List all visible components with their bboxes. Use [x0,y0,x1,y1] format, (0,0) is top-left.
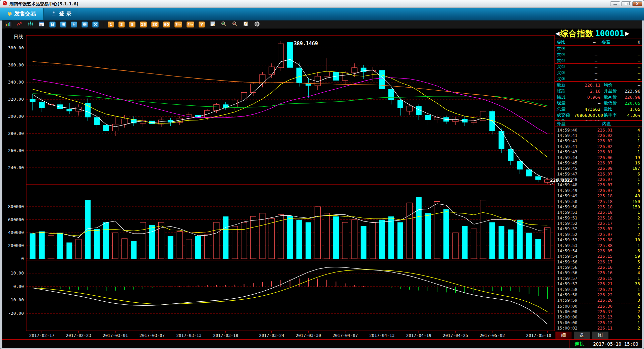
main-nav-bar: ¥发售交易登 录 [0,8,644,20]
bid-level-2: 买②—— [555,70,642,76]
nav-tab-sale-trade[interactable]: ¥发售交易 [0,8,44,20]
svg-text:0: 0 [21,256,24,261]
svg-text:2017-04-25: 2017-04-25 [443,333,468,338]
ask-level-1: 卖①—— [555,58,642,64]
panel-tab-图[interactable]: 图 [592,332,608,339]
minimize-button[interactable] [610,1,620,6]
period-button-1[interactable]: 1 [108,21,114,28]
quote-panel: ◀ 综合指数 100001 ▶ 委比 — 委差 0 卖③——卖②——卖①—— 买… [555,29,642,339]
period-button-X[interactable]: X [92,21,99,28]
tape-row: 14:59:54226.056 [555,248,642,253]
trade-price: 226.06 [582,155,625,160]
trade-price: 226.07 [582,160,625,165]
zoom-in-button[interactable] [220,21,227,28]
calendar-button[interactable] [38,21,45,28]
period-button-4hr[interactable]: 4hr [186,21,194,28]
info-value: 0.96% [574,95,600,100]
svg-text:240.00: 240.00 [8,165,24,170]
trade-time: 14:59:56 [557,265,582,270]
ask-level-2-price: — [565,52,627,57]
connection-status: 连接 [570,341,589,347]
trade-qty: 59 [625,254,640,259]
bid-level-1-qty: — [627,64,640,69]
trade-price: 226.02 [582,144,625,149]
nav-tab-login[interactable]: 登 录 [44,8,79,20]
period-button-日[interactable]: 日 [49,21,56,28]
period-button-15[interactable]: 15 [140,21,147,28]
trade-price: 226.11 [582,326,625,331]
line-chart-icon [17,21,22,28]
trade-qty: 187 [625,166,640,171]
period-button-季[interactable]: 季 [82,21,88,28]
ask-level-3: 卖③—— [555,46,642,52]
period-button-2hr[interactable]: 2hr [174,21,182,28]
tape-row: 14:59:53225.8810 [555,237,642,243]
period-button-周[interactable]: 周 [60,21,66,28]
trade-time: 15:00:00 [557,314,582,319]
price-chart[interactable]: 日线 380.00360.00340.00320.00300.00280.002… [2,29,555,339]
svg-text:389.1469: 389.1469 [294,41,318,47]
time-sales-list[interactable]: 14:59:40226.01414:59:41226.02114:59:4122… [555,127,642,331]
next-instrument-arrow[interactable]: ▶ [625,31,629,36]
ask-level-3-qty: — [627,46,640,51]
period-button-Y[interactable]: Y [199,21,205,28]
edit-button[interactable] [243,21,249,28]
trade-qty: 1 [625,177,640,182]
gear-button[interactable] [254,21,260,28]
trade-qty: 1 [625,133,640,138]
note-button[interactable] [209,21,216,28]
period-button-60[interactable]: 60 [163,21,170,28]
trade-qty: 2 [625,232,640,237]
info-value: 4.36% [621,113,640,118]
close-button[interactable]: X [632,1,642,6]
line-chart-button[interactable] [16,21,23,28]
panel-tab-盘[interactable]: 盘 [574,332,590,339]
weicha-value: 0 [610,40,641,45]
zoom-out-button[interactable] [231,21,238,28]
trade-price: 226.17 [582,259,625,264]
trade-time: 14:59:44 [557,155,582,160]
tape-row: 14:59:40226.014 [555,127,642,133]
info-label: 开盘价 [600,88,621,94]
quote-info: 最新226.11均价—涨跌2.16开盘价223.96幅度0.96%最高价226.… [555,82,642,120]
candlestick-button[interactable] [27,21,34,28]
tape-row: 14:59:41226.021 [555,133,642,138]
period-button-30[interactable]: 30 [151,21,158,28]
svg-text:320.00: 320.00 [8,97,24,102]
nav-tab-label: 登 录 [59,10,72,17]
status-bar: 连接 2017-05-10 15:00 [2,339,642,348]
trade-qty: 1 [625,149,640,154]
candlestick-icon [28,21,33,28]
prev-instrument-arrow[interactable]: ◀ [555,31,559,36]
info-label: 幅度 [557,94,574,100]
tape-row: 14:59:41226.021 [555,138,642,144]
app-logo-icon [2,1,7,7]
quote-info-row: 幅度0.96%最高价226.98 [555,94,642,100]
info-value: 2.16 [574,89,600,94]
period-button-月[interactable]: 月 [71,21,77,28]
restore-button[interactable] [621,1,631,6]
tape-row: 14:59:53225.881 [555,243,642,248]
zoom-out-icon [232,21,237,28]
tape-row: 15:00:00226.133 [555,314,642,320]
bar-chart-button[interactable] [5,21,12,28]
quote-header: ◀ 综合指数 100001 ▶ [555,29,642,39]
bid-level-3: 买③—— [555,76,642,82]
trade-time: 14:59:56 [557,259,582,264]
trade-price: 225.18 [582,204,625,209]
trade-time: 15:00:00 [557,320,582,325]
quote-info-row: 涨跌2.16开盘价223.96 [555,88,642,94]
panel-tab-细[interactable]: 细 [555,332,572,339]
trade-price: 226.07 [582,182,625,187]
toolbar: 日周月季X1351530602hr4hrY [2,20,642,29]
period-button-5[interactable]: 5 [129,21,136,28]
svg-text:2017-03-30: 2017-03-30 [296,333,321,338]
svg-text:2017-04-13: 2017-04-13 [369,333,394,338]
svg-text:280.00: 280.00 [8,131,24,136]
candlestick-chart-canvas[interactable]: 380.00360.00340.00320.00300.00280.00260.… [2,29,555,339]
period-button-3[interactable]: 3 [118,21,125,28]
tape-row: 14:59:54226.1559 [555,254,642,259]
trade-qty: 150 [625,204,640,209]
tape-row: 14:59:57226.2133 [555,281,642,287]
note-icon [210,21,215,28]
